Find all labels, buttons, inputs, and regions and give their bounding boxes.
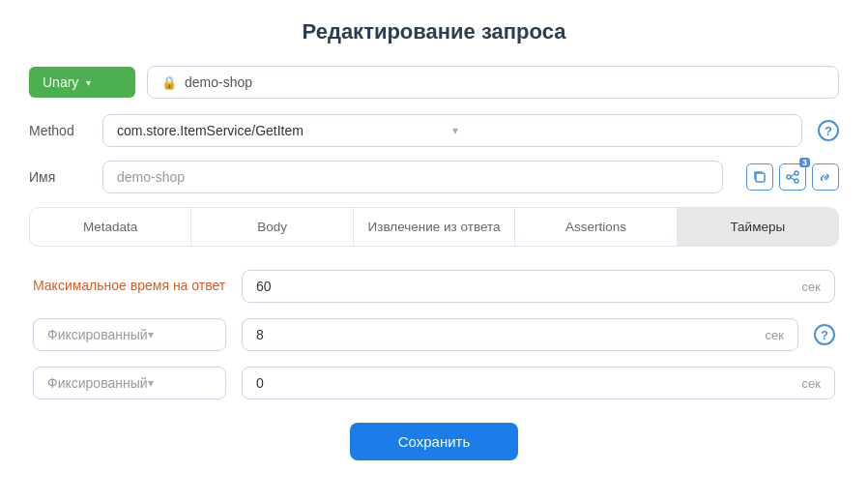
chevron-down-icon: ▾ <box>148 328 212 341</box>
save-btn-wrap: Сохранить <box>29 423 839 460</box>
max-response-input-wrap[interactable]: сек <box>242 270 835 303</box>
name-row: Имя demo-shop 3 <box>29 161 839 193</box>
fixed-select-2[interactable]: Фиксированный ▾ <box>33 367 226 399</box>
fixed-select-1[interactable]: Фиксированный ▾ <box>33 318 226 351</box>
delay-unit-2: сек <box>802 376 821 391</box>
path-badge: 3 <box>799 158 810 167</box>
delay-input-wrap-2[interactable]: сек <box>242 367 835 399</box>
delay-help-icon-1[interactable]: ? <box>814 324 835 345</box>
svg-point-1 <box>787 175 791 179</box>
name-field[interactable]: demo-shop <box>102 161 723 193</box>
max-response-label: Максимальное время на ответ <box>33 277 226 296</box>
svg-point-3 <box>795 179 798 183</box>
link-icon-button[interactable] <box>812 163 839 191</box>
name-label: Имя <box>29 169 87 185</box>
tab-metadata[interactable]: Metadata <box>30 208 191 246</box>
lock-icon: 🔒 <box>161 75 177 90</box>
tab-timers[interactable]: Таймеры <box>678 208 838 246</box>
chevron-down-icon: ▾ <box>86 77 91 88</box>
delay-unit-1: сек <box>766 328 784 342</box>
fixed-label-2: Фиксированный <box>47 375 148 391</box>
fixed-delay-row-2: Фиксированный ▾ сек <box>33 367 835 399</box>
tab-body[interactable]: Body <box>191 208 353 246</box>
chevron-down-icon: ▾ <box>148 376 212 390</box>
method-select[interactable]: com.store.ItemService/GetItem ▾ <box>102 114 802 147</box>
unary-dropdown[interactable]: Unary ▾ <box>29 67 135 98</box>
svg-rect-0 <box>756 173 765 182</box>
tab-extraction[interactable]: Извлечение из ответа <box>354 208 515 246</box>
fixed-label-1: Фиксированный <box>47 327 148 342</box>
url-field: 🔒 demo-shop <box>147 66 839 99</box>
save-button[interactable]: Сохранить <box>350 423 519 460</box>
unary-label: Unary <box>43 74 78 90</box>
method-label: Method <box>29 123 87 138</box>
page-title: Редактирование запроса <box>29 19 839 44</box>
delay-input-1[interactable] <box>256 327 766 342</box>
svg-point-2 <box>795 171 798 175</box>
method-value: com.store.ItemService/GetItem <box>117 123 452 138</box>
copy-icon-button[interactable] <box>746 163 773 191</box>
path-icon-button[interactable]: 3 <box>779 163 806 191</box>
delay-input-wrap-1[interactable]: сек <box>242 318 798 351</box>
name-placeholder: demo-shop <box>117 169 185 185</box>
tabs-row: Metadata Body Извлечение из ответа Asser… <box>29 207 839 247</box>
method-row: Method com.store.ItemService/GetItem ▾ ? <box>29 114 839 147</box>
method-help-icon[interactable]: ? <box>818 120 839 141</box>
top-row: Unary ▾ 🔒 demo-shop <box>29 66 839 99</box>
delay-input-2[interactable] <box>256 375 802 391</box>
url-value: demo-shop <box>185 74 252 90</box>
chevron-down-icon: ▾ <box>452 124 788 137</box>
timers-section: Максимальное время на ответ сек Фиксиров… <box>29 270 839 399</box>
max-response-unit: сек <box>802 280 821 294</box>
tab-assertions[interactable]: Assertions <box>515 208 677 246</box>
name-actions: 3 <box>746 163 839 191</box>
fixed-delay-row-1: Фиксированный ▾ сек ? <box>33 318 835 351</box>
max-response-input[interactable] <box>256 279 802 294</box>
max-response-row: Максимальное время на ответ сек <box>33 270 835 303</box>
